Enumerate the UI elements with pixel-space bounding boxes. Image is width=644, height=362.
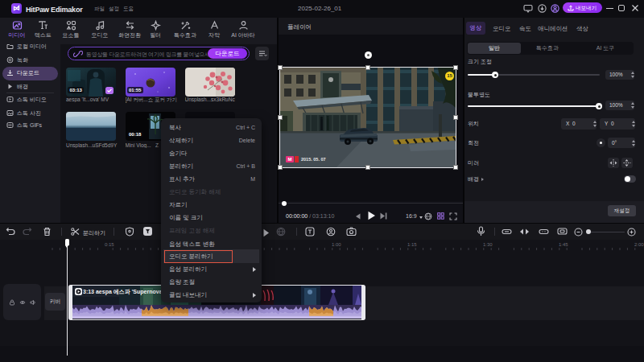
svg-text:0:15: 0:15 [105,242,114,247]
svg-text:2:00: 2:00 [634,242,644,247]
svg-text:1:00: 1:00 [332,242,341,247]
svg-text:1:30: 1:30 [483,242,493,247]
svg-text:1:15: 1:15 [407,242,417,247]
svg-text:1:45: 1:45 [559,242,568,247]
